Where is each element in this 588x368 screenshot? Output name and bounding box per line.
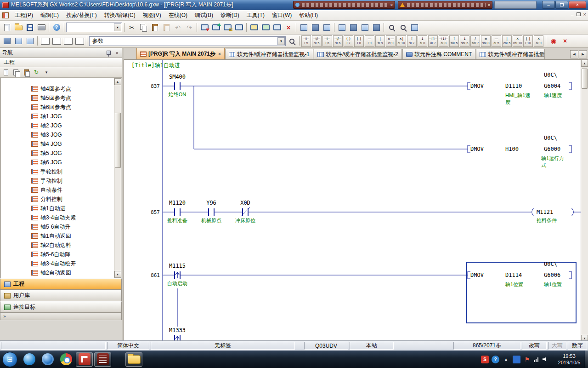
tree-item[interactable]: 轴4回参考点 — [1, 84, 121, 93]
menu-help[interactable]: 帮助(H) — [295, 10, 322, 21]
tree-item[interactable]: 分料控制 — [1, 195, 121, 204]
device-display-button-2[interactable] — [51, 36, 62, 46]
tree-item[interactable]: 轴5-6自动升 — [1, 222, 121, 231]
tree-item[interactable]: 自动条件 — [1, 185, 121, 195]
help-button[interactable]: ? — [51, 22, 62, 33]
tree-item[interactable]: 轴3-4自动松开 — [1, 259, 121, 268]
editor-scrollbar[interactable]: ▲ ▼ — [581, 60, 588, 342]
fkey-button-F7[interactable]: ( )F7 — [344, 35, 353, 47]
ladder-block-button-2[interactable] — [348, 22, 359, 33]
zoom-in-button[interactable] — [386, 22, 397, 33]
find-button[interactable] — [286, 36, 297, 46]
nav-connection-button[interactable]: 连接目标 — [0, 301, 122, 313]
menu-project[interactable]: 工程(P) — [11, 10, 37, 21]
fkey-button-saF7[interactable]: /saF7 — [470, 35, 480, 47]
coil-device[interactable]: M1121 — [537, 209, 553, 215]
fkey-button-F9[interactable]: —F9 — [365, 35, 374, 47]
fkey-button-aF5[interactable]: —aF5 — [492, 35, 501, 47]
fkey-button-sF7[interactable]: ↑sF7 — [407, 35, 417, 47]
tree-item[interactable]: 轴1 JOG — [1, 112, 121, 121]
taskbar-gx-works[interactable] — [94, 352, 111, 367]
monitor-start-button[interactable] — [271, 22, 283, 33]
tray-app-icon[interactable] — [513, 356, 520, 363]
comment-display-button[interactable] — [74, 36, 85, 46]
network-icon[interactable] — [534, 356, 540, 362]
instruction-op[interactable]: DMOV — [470, 272, 484, 278]
stop-trace-button[interactable]: × — [560, 36, 571, 46]
menu-convert-compile[interactable]: 转换/编译(C) — [101, 10, 139, 21]
refresh-button[interactable]: ↻ — [32, 68, 41, 77]
minimize-button[interactable]: – — [542, 1, 555, 9]
read-from-plc-button[interactable] — [210, 22, 221, 33]
tab-device-monitor-2[interactable]: 软元件/缓冲存储器批量监视-2 — [314, 49, 402, 59]
menu-window[interactable]: 窗口(W) — [268, 10, 295, 21]
contact-device[interactable]: X0D — [240, 200, 250, 206]
background-window-3[interactable] — [494, 1, 537, 9]
tab-main-program[interactable]: [PRG]R 写入 MAIN 2071步 × — [136, 48, 225, 59]
fkey-button-F10[interactable]: [ ]F10 — [523, 35, 533, 47]
instruction-dst[interactable]: G6000 — [544, 146, 560, 152]
fkey-button-caF10[interactable]: ×caF10 — [513, 35, 522, 47]
tree-item[interactable]: 轴3-4自动夹紧 — [1, 213, 121, 222]
taskbar-browser-2[interactable] — [39, 352, 56, 367]
action-center-icon[interactable]: ⚑ — [523, 356, 531, 363]
chevron-down-icon[interactable]: ▾ — [114, 23, 121, 31]
print-button[interactable] — [36, 22, 47, 33]
ladder-block-button-4[interactable] — [371, 22, 382, 33]
fkey-button-cF10[interactable]: ×|cF10 — [396, 35, 406, 47]
scrollbar-thumb[interactable] — [115, 113, 121, 168]
scrollbar-track[interactable] — [581, 67, 588, 335]
instruction-src[interactable]: D1110 — [505, 83, 522, 89]
tree-item[interactable]: 轴6回参考点 — [1, 103, 121, 112]
fkey-button-caF5[interactable]: |caF5 — [502, 35, 512, 47]
fkey-button-sF5[interactable]: ⊣/⊢sF5 — [312, 35, 322, 47]
window-select-combo[interactable]: ▾ — [66, 23, 122, 32]
instruction-src[interactable]: H100 — [505, 146, 519, 152]
device-display-button-3[interactable] — [62, 36, 74, 46]
start-button[interactable]: ⊞ — [2, 352, 17, 367]
undo-button[interactable]: ↶ — [172, 22, 183, 33]
scroll-up-icon[interactable]: ▲ — [581, 60, 588, 67]
fkey-button-saF6[interactable]: ↓saF6 — [460, 35, 469, 47]
close-icon[interactable]: × — [488, 3, 490, 7]
contact-device[interactable]: SM400 — [169, 74, 186, 80]
zoom-fit-button[interactable] — [409, 22, 420, 33]
monitor-stop-button[interactable]: × — [283, 22, 294, 33]
tree-item[interactable]: 手动控制 — [1, 176, 121, 185]
paste-special-button[interactable] — [161, 22, 172, 33]
menu-online[interactable]: 在线(O) — [165, 10, 191, 21]
tab-device-monitor-1[interactable]: 软元件/缓冲存储器批量监视-1 — [225, 49, 313, 59]
navigation-section-header[interactable]: 工程 — [0, 58, 122, 67]
fkey-button-saF8[interactable]: ∗saF8 — [481, 35, 491, 47]
show-desktop-button[interactable] — [585, 351, 588, 368]
open-project-button[interactable] — [13, 22, 24, 33]
background-window-2[interactable]: × — [398, 1, 492, 9]
tree-item[interactable]: 轴3 JOG — [1, 130, 121, 139]
mdi-minimize-button[interactable]: – — [571, 12, 573, 17]
menu-view[interactable]: 视图(V) — [139, 10, 165, 21]
background-window-1[interactable]: × — [293, 1, 395, 9]
remote-operation-button[interactable] — [233, 22, 244, 33]
hidden-icons-button[interactable]: ▲ — [502, 356, 510, 363]
instruction-op[interactable]: DMOV — [470, 146, 484, 152]
intelligent-module-monitor-button[interactable] — [321, 22, 332, 33]
nav-user-library-button[interactable]: 用户库 — [0, 290, 122, 301]
tree-item[interactable]: 轴2自动返回 — [1, 268, 121, 277]
tree-item[interactable]: 轴6 JOG — [1, 158, 121, 167]
copy-data-button[interactable] — [11, 68, 21, 77]
contact-device[interactable]: M1333 — [169, 327, 186, 334]
fkey-button-sF8[interactable]: ↓sF8 — [418, 35, 427, 47]
tree-item[interactable]: 轴5 JOG — [1, 149, 121, 158]
watch2-button[interactable] — [24, 36, 35, 46]
tab-device-monitor-3[interactable]: 软元件/缓冲存储器批量监视 — [476, 49, 545, 59]
instruction-dst[interactable]: G6004 — [544, 83, 560, 89]
restore-button[interactable] — [555, 1, 568, 9]
zoom-out-button[interactable] — [397, 22, 408, 33]
write-to-plc-button[interactable] — [199, 22, 210, 33]
menu-find-replace[interactable]: 搜索/替换(F) — [62, 10, 101, 21]
new-data-button[interactable] — [1, 68, 11, 77]
pin-icon[interactable] — [107, 51, 111, 55]
taskbar-browser-1[interactable] — [21, 352, 38, 367]
taskbar-red-app[interactable] — [76, 352, 93, 367]
chevron-down-icon[interactable]: ▾ — [277, 37, 285, 45]
